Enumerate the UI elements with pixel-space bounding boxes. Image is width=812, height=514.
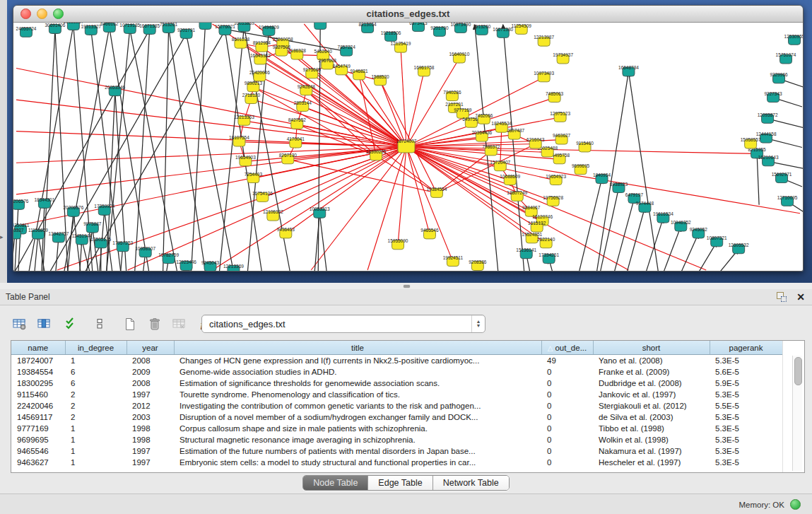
row-height-icon[interactable]	[90, 315, 109, 334]
table-cell[interactable]: 5.3E-5	[710, 355, 782, 367]
table-cell[interactable]: 1997	[126, 445, 174, 457]
table-cell[interactable]: Tibbo et al. (1998)	[593, 423, 710, 434]
graph-edge[interactable]	[128, 147, 406, 271]
table-mode-icon[interactable]	[10, 315, 29, 334]
table-cell[interactable]: 0	[541, 366, 593, 378]
graph-edge[interactable]	[503, 25, 524, 271]
table-cell[interactable]: 1998	[126, 434, 174, 445]
table-cell[interactable]: 5.3E-5	[710, 434, 782, 445]
graph-edge[interactable]	[627, 208, 645, 271]
tab-network-table[interactable]: Network Table	[433, 476, 509, 490]
table-cell[interactable]: 1	[65, 445, 126, 457]
table-cell[interactable]: 6	[65, 366, 126, 378]
table-cell[interactable]: 2	[65, 389, 126, 400]
table-cell[interactable]: 5.6E-5	[710, 366, 782, 378]
delete-table-icon[interactable]	[170, 315, 189, 334]
graph-edge[interactable]	[107, 29, 130, 271]
graph-edge[interactable]	[251, 99, 406, 146]
graph-edge[interactable]	[13, 234, 15, 271]
table-row[interactable]: 977716911998Corpus callosum shape and si…	[11, 423, 782, 434]
table-cell[interactable]: 0	[541, 445, 593, 457]
graph-edge[interactable]	[406, 147, 553, 201]
table-cell[interactable]: Changes of HCN gene expression and I(f) …	[174, 355, 541, 367]
table-cell[interactable]: 18300295	[11, 378, 65, 389]
table-cell[interactable]: 22420046	[11, 400, 65, 411]
table-row[interactable]: 1830029562008Estimation of significance …	[11, 378, 782, 389]
table-cell[interactable]: 5.5E-5	[710, 400, 782, 411]
table-row[interactable]: 946362711997Embryonic stem cells: a mode…	[11, 457, 782, 468]
column-header-in_degree[interactable]: in_degree	[65, 341, 126, 355]
table-scrollbar[interactable]	[792, 356, 802, 471]
graph-edge[interactable]	[35, 234, 38, 271]
table-cell[interactable]: 0	[541, 389, 593, 400]
table-cell[interactable]: 2008	[126, 355, 174, 367]
table-cell[interactable]: Stergiakouli et al. (2012)	[593, 400, 710, 411]
table-cell[interactable]: 9699695	[11, 434, 65, 445]
table-cell[interactable]: 1997	[126, 457, 174, 468]
table-row[interactable]: 1872400712008Changes of HCN gene express…	[11, 355, 782, 367]
table-cell[interactable]: 1	[65, 434, 126, 445]
table-cell[interactable]: Structural magnetic resonance image aver…	[174, 434, 541, 445]
graph-edge[interactable]	[91, 30, 121, 271]
graph-edge[interactable]	[597, 71, 629, 271]
table-cell[interactable]: 0	[541, 423, 593, 434]
table-cell[interactable]: 14569117	[11, 411, 65, 423]
graph-edge[interactable]	[169, 28, 206, 271]
expand-panel-arrow-icon[interactable]: ▸	[0, 233, 4, 240]
graph-edge[interactable]	[38, 234, 45, 271]
network-window-titlebar[interactable]: citations_edges.txt	[13, 6, 803, 23]
table-cell[interactable]: 1	[65, 355, 126, 367]
splitter-grip-icon[interactable]	[404, 285, 410, 288]
table-cell[interactable]: 2003	[126, 411, 174, 423]
node-table[interactable]: namein_degreeyeartitle△out_de...shortpag…	[11, 341, 783, 468]
column-header-year[interactable]: year	[126, 341, 174, 355]
column-header-name[interactable]: name	[11, 341, 65, 355]
table-cell[interactable]: 5.3E-5	[710, 423, 782, 434]
table-cell[interactable]: 2012	[126, 400, 174, 411]
graph-edge[interactable]	[247, 31, 269, 271]
graph-edge[interactable]	[16, 147, 406, 194]
scrollbar-thumb[interactable]	[794, 357, 802, 385]
graph-edge[interactable]	[406, 71, 424, 146]
table-cell[interactable]: 0	[541, 411, 593, 423]
graph-node[interactable]	[314, 23, 326, 29]
table-cell[interactable]: 9777169	[11, 423, 65, 434]
table-cell[interactable]: de Silva et al. (2003)	[593, 411, 710, 423]
table-cell[interactable]: Nakamura et al. (1997)	[593, 445, 710, 457]
table-cell[interactable]: Genome-wide association studies in ADHD.	[174, 366, 541, 378]
table-cell[interactable]: 19384554	[11, 366, 65, 378]
table-cell[interactable]: Estimation of significance thresholds fo…	[174, 378, 541, 389]
table-cell[interactable]: 5.3E-5	[710, 457, 782, 468]
table-cell[interactable]: Embryonic stem cells: a model to study s…	[174, 457, 541, 468]
table-cell[interactable]: 2009	[126, 366, 174, 378]
table-cell[interactable]: 1998	[126, 423, 174, 434]
float-panel-icon[interactable]	[777, 292, 787, 302]
table-cell[interactable]: Tourette syndrome. Phenomenology and cla…	[174, 389, 541, 400]
graph-edge[interactable]	[664, 227, 681, 271]
table-cell[interactable]: Investigating the contribution of common…	[174, 400, 541, 411]
graph-edge[interactable]	[319, 214, 326, 271]
table-row[interactable]: 946554611997Estimation of the future num…	[11, 445, 782, 457]
graph-edge[interactable]	[56, 238, 59, 271]
table-cell[interactable]: 5.9E-5	[710, 378, 782, 389]
graph-node[interactable]	[199, 23, 211, 29]
table-row[interactable]: 969969511998Structural magnetic resonanc…	[11, 434, 782, 445]
graph-edge[interactable]	[646, 218, 663, 271]
table-cell[interactable]: Dudbridge et al. (2008)	[593, 378, 710, 389]
citation-network-graph[interactable]: 2405572430691406106532871931332764661621…	[13, 23, 803, 271]
table-cell[interactable]: Disruption of a novel member of a sodium…	[174, 411, 541, 423]
close-panel-icon[interactable]: ✕	[796, 292, 805, 302]
table-cell[interactable]: 9463627	[11, 457, 65, 468]
graph-edge[interactable]	[681, 233, 698, 271]
table-row[interactable]: 911546021997Tourette syndrome. Phenomeno…	[11, 389, 782, 400]
table-cell[interactable]: 18724007	[11, 355, 65, 367]
graph-edge[interactable]	[286, 147, 406, 234]
table-row[interactable]: 1938455462009Genome-wide association stu…	[11, 366, 782, 378]
table-cell[interactable]: Yano et al. (2008)	[593, 355, 710, 367]
table-cell[interactable]: 5.3E-5	[710, 389, 782, 400]
table-cell[interactable]: Corpus callosum shape and size in male p…	[174, 423, 541, 434]
network-window[interactable]: citations_edges.txt 24055724306914061065…	[13, 5, 804, 271]
graph-edge[interactable]	[110, 28, 149, 271]
graph-edge[interactable]	[614, 199, 634, 271]
table-cell[interactable]: 5.3E-5	[710, 445, 782, 457]
